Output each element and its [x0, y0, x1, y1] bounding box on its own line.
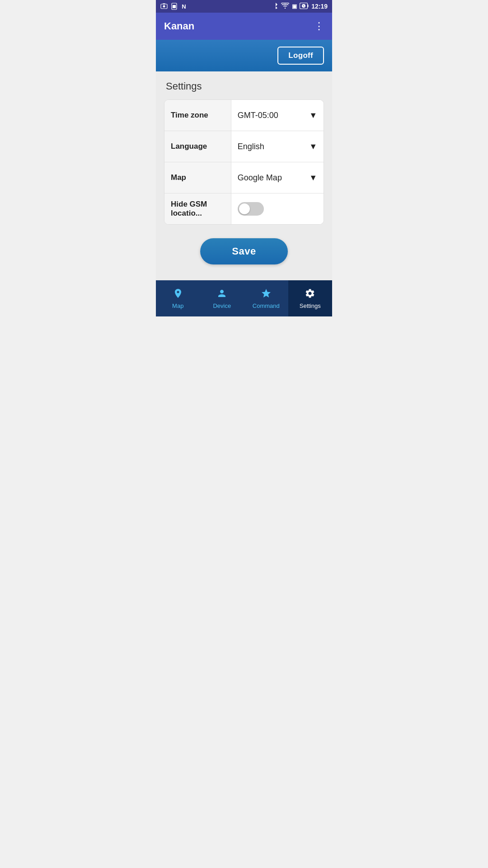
main-content: Settings Time zone GMT-05:00 ▼ Language … [156, 71, 332, 280]
photo-icon [160, 3, 168, 10]
signal-icon: ▣ [292, 3, 297, 9]
status-time: 12:19 [311, 3, 328, 10]
language-dropdown-arrow: ▼ [309, 142, 317, 151]
nav-item-map[interactable]: Map [156, 280, 200, 316]
svg-rect-7 [308, 5, 309, 7]
more-options-icon[interactable]: ⋮ [314, 20, 324, 32]
map-dropdown[interactable]: Google Map ▼ [231, 162, 324, 193]
timezone-row: Time zone GMT-05:00 ▼ [164, 100, 324, 131]
save-section: Save [164, 238, 324, 264]
logoff-button[interactable]: Logoff [277, 47, 324, 65]
header-band: Logoff [156, 40, 332, 71]
hide-gsm-toggle-container [238, 202, 264, 216]
language-label: Language [164, 131, 231, 162]
hide-gsm-toggle-cell [231, 193, 324, 224]
bottom-nav: Map Device Command Settings [156, 280, 332, 316]
save-button[interactable]: Save [200, 238, 287, 264]
svg-rect-4 [173, 5, 176, 8]
settings-section-title: Settings [166, 80, 324, 92]
svg-rect-2 [163, 4, 165, 5]
timezone-label: Time zone [164, 100, 231, 131]
map-row: Map Google Map ▼ [164, 162, 324, 193]
status-bar: N ▣ 12:19 [156, 0, 332, 13]
device-nav-label: Device [213, 302, 231, 309]
bluetooth-icon [273, 2, 278, 11]
nav-item-settings[interactable]: Settings [288, 280, 333, 316]
battery-icon [300, 3, 309, 10]
wifi-icon [281, 3, 289, 10]
app-title: Kanan [164, 20, 194, 32]
language-dropdown[interactable]: English ▼ [231, 131, 324, 162]
device-nav-icon [216, 288, 227, 301]
command-nav-icon [261, 288, 272, 301]
nav-item-device[interactable]: Device [200, 280, 244, 316]
hide-gsm-toggle[interactable] [238, 202, 264, 216]
n-icon: N [180, 3, 188, 10]
sim-icon [170, 3, 178, 10]
hide-gsm-row: Hide GSM locatio... [164, 193, 324, 224]
settings-nav-icon [305, 288, 315, 301]
map-dropdown-arrow: ▼ [309, 173, 317, 183]
language-row: Language English ▼ [164, 131, 324, 162]
map-label: Map [164, 162, 231, 193]
app-bar: Kanan ⋮ [156, 13, 332, 40]
toggle-slider [238, 202, 264, 216]
settings-nav-label: Settings [300, 302, 321, 309]
timezone-dropdown[interactable]: GMT-05:00 ▼ [231, 100, 324, 131]
timezone-dropdown-arrow: ▼ [309, 111, 317, 120]
status-icons-right: ▣ 12:19 [273, 2, 328, 11]
svg-point-5 [285, 8, 286, 9]
nav-item-command[interactable]: Command [244, 280, 288, 316]
status-icons-left: N [160, 3, 188, 10]
map-nav-icon [173, 288, 183, 301]
settings-card: Time zone GMT-05:00 ▼ Language English ▼… [164, 99, 324, 225]
hide-gsm-label: Hide GSM locatio... [164, 193, 231, 224]
svg-point-1 [163, 5, 165, 8]
svg-point-8 [302, 4, 305, 8]
map-nav-label: Map [172, 302, 183, 309]
command-nav-label: Command [253, 302, 280, 309]
